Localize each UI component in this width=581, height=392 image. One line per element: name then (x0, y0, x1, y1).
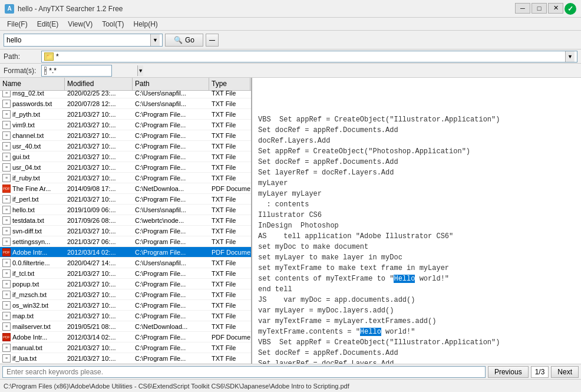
file-path-cell: C:\Program File... (133, 131, 209, 140)
close-button[interactable]: ✕ (548, 3, 563, 14)
status-text: C:\Program Files (x86)\Adobe\Adobe Utili… (4, 383, 349, 390)
next-button[interactable]: Next (551, 366, 579, 378)
file-modified-cell: 2021/03/27 10:... (65, 280, 133, 288)
file-name-cell: ≡ hello.txt (0, 205, 65, 215)
txt-icon: ≡ (2, 121, 11, 129)
file-type-cell: TXT File (209, 280, 250, 288)
table-row[interactable]: ≡ channel.txt 2021/03/27 10:... C:\Progr… (0, 130, 251, 141)
file-type-cell: TXT File (209, 238, 250, 246)
file-name: if_ruby.txt (12, 174, 40, 182)
table-row[interactable]: ≡ testdata.txt 2017/09/26 08:... C:\webr… (0, 215, 251, 226)
file-name: popup.txt (12, 281, 39, 288)
menu-file[interactable]: File(F) (2, 19, 32, 29)
path-combo[interactable]: 📁 ▼ (41, 51, 577, 62)
table-row[interactable]: ≡ if_pyth.txt 2021/03/27 10:... C:\Progr… (0, 109, 251, 120)
table-row[interactable]: ≡ settingssyn... 2021/03/27 06:... C:\Pr… (0, 236, 251, 247)
file-name-cell: ≡ 0.0.filtertrie... (0, 258, 65, 268)
go-button[interactable]: 🔍 Go (165, 34, 203, 47)
col-header-type[interactable]: Type (209, 78, 250, 90)
table-row[interactable]: ≡ popup.txt 2021/03/27 10:... C:\Program… (0, 279, 251, 289)
file-modified-cell: 2021/03/27 10:... (65, 174, 133, 182)
preview-panel: VBS Set appRef = CreateObject("Illustrat… (252, 78, 581, 364)
table-row[interactable]: ≡ hello.txt 2019/10/09 06:... C:\Users\s… (0, 205, 251, 215)
file-name-cell: ≡ usr_40.txt (0, 141, 65, 151)
file-modified-cell: 2021/03/27 10:... (65, 121, 133, 129)
table-row[interactable]: ≡ if_tcl.txt 2021/03/27 10:... C:\Progra… (0, 268, 251, 279)
search-combo[interactable]: ▼ (4, 34, 163, 47)
file-list-body[interactable]: ≡ msg_19.txt 2020/02/25 23:... C:\Users\… (0, 91, 251, 364)
toolbar: ▼ 🔍 Go ─ (0, 31, 581, 50)
menu-help[interactable]: Help(H) (129, 19, 163, 29)
table-row[interactable]: ≡ map.txt 2021/03/27 10:... C:\Program F… (0, 311, 251, 321)
file-modified-cell: 2021/03/27 10:... (65, 163, 133, 172)
menu-edit[interactable]: Edit(E) (32, 19, 64, 29)
preview-line: VBS Set appRef = CreateObject("Illustrat… (258, 114, 575, 125)
keyword-search-input[interactable] (2, 366, 486, 378)
title-bar: A hello - AnyTXT Searcher 1.2 Free ─ □ ✕… (0, 0, 581, 18)
table-row[interactable]: ≡ if_perl.txt 2021/03/27 10:... C:\Progr… (0, 194, 251, 205)
menu-tool[interactable]: Tool(T) (97, 19, 128, 29)
pdf-icon: PDF (2, 248, 11, 256)
preview-line: Set appRef = CreateObject("Photoshop.App… (258, 146, 575, 157)
pdf-icon: PDF (2, 333, 11, 341)
status-indicator: ✓ (565, 3, 576, 15)
menu-view[interactable]: View(V) (63, 19, 97, 29)
col-header-path[interactable]: Path (133, 78, 209, 90)
file-type-cell: PDF Document (209, 248, 250, 256)
table-row[interactable]: ≡ os_win32.txt 2021/03/27 10:... C:\Prog… (0, 300, 251, 311)
minimize-button[interactable]: ─ (515, 3, 530, 14)
txt-icon: ≡ (2, 100, 11, 108)
file-type-cell: TXT File (209, 195, 250, 203)
search-combo-arrow[interactable]: ▼ (150, 34, 160, 46)
previous-button[interactable]: Previous (488, 366, 529, 378)
preview-line: set myDoc to make document (258, 242, 575, 252)
txt-icon: ≡ (2, 131, 11, 140)
file-name: Adobe Intr... (12, 249, 47, 256)
bottom-bar: Previous 1/3 Next (0, 364, 581, 379)
path-combo-arrow[interactable]: ▼ (565, 51, 575, 62)
file-path-cell: C:\Program File... (133, 227, 209, 235)
table-row[interactable]: ≡ passwords.txt 2020/07/28 12:... C:\Use… (0, 98, 251, 109)
collapse-button[interactable]: ─ (206, 34, 219, 47)
table-row[interactable]: ≡ if_mzsch.txt 2021/03/27 10:... C:\Prog… (0, 289, 251, 300)
file-type-cell: TXT File (209, 312, 250, 320)
table-row[interactable]: ≡ svn-diff.txt 2021/03/27 10:... C:\Prog… (0, 226, 251, 236)
table-row[interactable]: ≡ usr_40.txt 2021/03/27 10:... C:\Progra… (0, 141, 251, 151)
preview-line: myLayer myLayer (258, 189, 575, 199)
table-row[interactable]: ≡ manual.txt 2021/03/27 10:... C:\Progra… (0, 342, 251, 353)
table-row[interactable]: ≡ if_lua.txt 2021/03/27 10:... C:\Progra… (0, 353, 251, 364)
path-input[interactable] (56, 52, 565, 61)
file-modified-cell: 2017/09/26 08:... (65, 216, 133, 225)
file-name-cell: ≡ if_perl.txt (0, 195, 65, 204)
table-row[interactable]: ≡ 0.0.filtertrie... 2020/04/27 14:... C:… (0, 258, 251, 268)
file-name-cell: ≡ popup.txt (0, 279, 65, 289)
table-row[interactable]: ≡ if_ruby.txt 2021/03/27 10:... C:\Progr… (0, 173, 251, 183)
col-header-name[interactable]: Name (0, 78, 65, 90)
txt-icon: ≡ (2, 291, 11, 299)
table-row[interactable]: ≡ mailserver.txt 2019/05/21 08:... C:\Ne… (0, 321, 251, 332)
file-path-cell: C:\webrtc\node... (133, 216, 209, 225)
col-header-modified[interactable]: Modified (65, 78, 133, 90)
preview-line: InDesign Photoshop (258, 220, 575, 231)
file-name: The Fine Ar... (12, 185, 51, 192)
table-row[interactable]: ≡ gui.txt 2021/03/27 10:... C:\Program F… (0, 151, 251, 162)
format-combo-arrow[interactable]: ▼ (137, 65, 143, 76)
table-row[interactable]: PDF The Fine Ar... 2014/09/08 17:... C:\… (0, 183, 251, 194)
preview-line: Set docRef = appRef.Documents.Add (258, 125, 575, 136)
table-row[interactable]: ≡ vim9.txt 2021/03/27 10:... C:\Program … (0, 120, 251, 130)
txt-icon: ≡ (2, 280, 11, 288)
preview-line: : contents (258, 199, 575, 210)
search-input[interactable] (6, 36, 150, 44)
file-modified-cell: 2021/03/27 10:... (65, 227, 133, 235)
table-row[interactable]: PDF Adobe Intr... 2012/03/14 02:... C:\P… (0, 332, 251, 342)
table-row[interactable]: ≡ msg_02.txt 2020/02/25 23:... C:\Users\… (0, 91, 251, 98)
table-row[interactable]: ≡ usr_04.txt 2021/03/27 10:... C:\Progra… (0, 162, 251, 173)
format-combo[interactable]: f ▼ (41, 65, 112, 77)
file-type-cell: TXT File (209, 142, 250, 150)
table-row[interactable]: PDF Adobe Intr... 2012/03/14 02:... C:\P… (0, 247, 251, 258)
format-input[interactable] (49, 67, 137, 75)
maximize-button[interactable]: □ (532, 3, 547, 14)
file-type-cell: TXT File (209, 291, 250, 299)
txt-icon: ≡ (2, 174, 11, 182)
txt-icon: ≡ (2, 312, 11, 320)
